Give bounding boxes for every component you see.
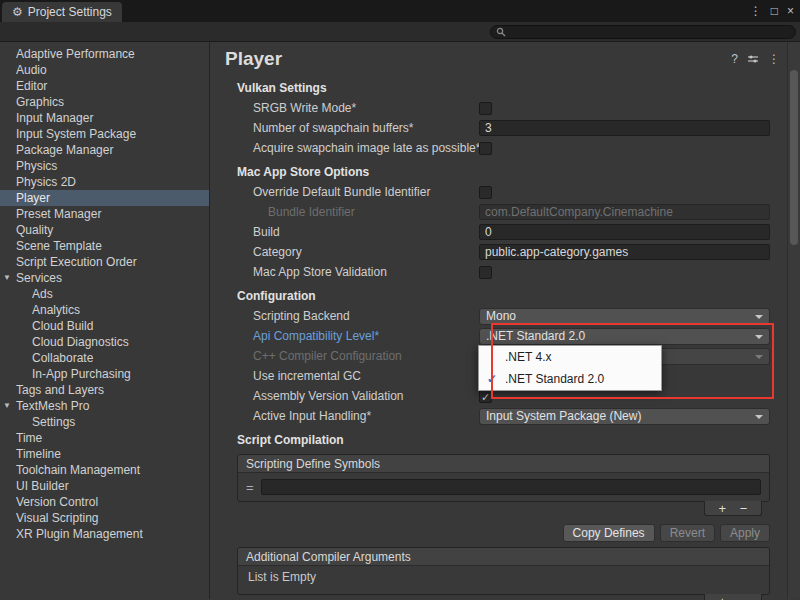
- sidebar-item-scene-template[interactable]: Scene Template: [0, 238, 209, 254]
- sidebar-item-settings[interactable]: Settings: [0, 414, 209, 430]
- kebab-menu-icon[interactable]: ⋮: [750, 4, 762, 18]
- search-input[interactable]: [490, 25, 796, 39]
- scrollbar-thumb[interactable]: [790, 70, 798, 245]
- compiler-args-list-footer: + −: [704, 594, 762, 600]
- additional-compiler-arguments-panel: Additional Compiler Arguments List is Em…: [237, 547, 770, 595]
- close-icon[interactable]: ×: [787, 4, 794, 18]
- sidebar-item-label: Quality: [16, 223, 53, 237]
- api-compatibility-level-dropdown[interactable]: .NET Standard 2.0: [479, 328, 770, 345]
- row-build: Build0: [237, 222, 770, 242]
- row-control: [479, 266, 770, 279]
- window-tab-project-settings[interactable]: ⚙ Project Settings: [2, 2, 122, 22]
- revert-button[interactable]: Revert: [660, 524, 715, 542]
- srgb-write-mode-checkbox[interactable]: [479, 102, 492, 115]
- foldout-arrow-icon[interactable]: ▼: [3, 398, 11, 414]
- assembly-version-validation-checkbox[interactable]: ✓: [479, 390, 492, 403]
- sidebar-item-textmesh-pro[interactable]: ▼TextMesh Pro: [0, 398, 209, 414]
- remove-argument-button[interactable]: −: [740, 595, 748, 600]
- maximize-icon[interactable]: □: [771, 4, 778, 18]
- sidebar-item-timeline[interactable]: Timeline: [0, 446, 209, 462]
- sidebar-item-label: Player: [16, 191, 50, 205]
- row-control: [479, 142, 770, 155]
- sidebar-item-ads[interactable]: Ads: [0, 286, 209, 302]
- window-controls: ⋮ □ ×: [750, 0, 794, 22]
- acquire-swapchain-image-late-as-possible-checkbox[interactable]: [479, 142, 492, 155]
- sidebar-item-script-execution-order[interactable]: Script Execution Order: [0, 254, 209, 270]
- sidebar-item-physics[interactable]: Physics: [0, 158, 209, 174]
- page-title: Player: [225, 48, 731, 70]
- sidebar-item-label: Scene Template: [16, 239, 102, 253]
- tab-title: Project Settings: [28, 5, 112, 19]
- sidebar-item-in-app-purchasing[interactable]: In-App Purchasing: [0, 366, 209, 382]
- sidebar-item-preset-manager[interactable]: Preset Manager: [0, 206, 209, 222]
- sidebar-item-audio[interactable]: Audio: [0, 62, 209, 78]
- sidebar-item-analytics[interactable]: Analytics: [0, 302, 209, 318]
- sidebar-item-label: Visual Scripting: [16, 511, 99, 525]
- scripting-define-symbols-panel: Scripting Define Symbols =: [237, 454, 770, 502]
- add-argument-button[interactable]: +: [719, 595, 727, 600]
- sidebar-item-input-manager[interactable]: Input Manager: [0, 110, 209, 126]
- number-of-swapchain-buffers-field[interactable]: 3: [479, 120, 770, 136]
- api-compatibility-dropdown-popup: .NET 4.x✓.NET Standard 2.0: [478, 345, 662, 391]
- sidebar-item-ui-builder[interactable]: UI Builder: [0, 478, 209, 494]
- sidebar-item-label: Preset Manager: [16, 207, 101, 221]
- sidebar-item-time[interactable]: Time: [0, 430, 209, 446]
- define-symbol-input[interactable]: [261, 479, 761, 495]
- sidebar-item-label: Cloud Build: [32, 319, 93, 333]
- sidebar-item-player[interactable]: Player: [0, 190, 209, 206]
- define-symbols-body: =: [238, 473, 769, 501]
- panel-header-icons: ? ⋮: [731, 52, 780, 66]
- drag-handle-icon[interactable]: =: [246, 480, 254, 495]
- context-menu-icon[interactable]: ⋮: [768, 52, 780, 66]
- sidebar-item-cloud-diagnostics[interactable]: Cloud Diagnostics: [0, 334, 209, 350]
- remove-define-button[interactable]: −: [740, 502, 748, 515]
- sidebar-item-physics-2d[interactable]: Physics 2D: [0, 174, 209, 190]
- apply-button[interactable]: Apply: [720, 524, 770, 542]
- sidebar-item-adaptive-performance[interactable]: Adaptive Performance: [0, 46, 209, 62]
- override-default-bundle-identifier-checkbox[interactable]: [479, 186, 492, 199]
- sidebar-item-graphics[interactable]: Graphics: [0, 94, 209, 110]
- copy-defines-button[interactable]: Copy Defines: [563, 524, 655, 542]
- sidebar-item-collaborate[interactable]: Collaborate: [0, 350, 209, 366]
- gear-icon: ⚙: [12, 5, 23, 19]
- sidebar-item-version-control[interactable]: Version Control: [0, 494, 209, 510]
- bundle-identifier-field[interactable]: com.DefaultCompany.Cinemachine: [479, 204, 770, 220]
- vertical-scrollbar[interactable]: [787, 42, 800, 599]
- section-heading-vulkan-settings: Vulkan Settings: [237, 78, 770, 98]
- foldout-arrow-icon[interactable]: ▼: [3, 270, 11, 286]
- sidebar-item-xr-plugin-management[interactable]: XR Plugin Management: [0, 526, 209, 542]
- sidebar-item-label: Graphics: [16, 95, 64, 109]
- scripting-backend-dropdown[interactable]: Mono: [479, 308, 770, 325]
- row-control: public.app-category.games: [479, 244, 770, 260]
- presets-icon[interactable]: [747, 53, 759, 65]
- row-control: [479, 186, 770, 199]
- help-icon[interactable]: ?: [731, 52, 738, 66]
- sidebar-item-package-manager[interactable]: Package Manager: [0, 142, 209, 158]
- mac-app-store-validation-checkbox[interactable]: [479, 266, 492, 279]
- empty-list-label: List is Empty: [238, 566, 769, 594]
- sidebar-item-label: Tags and Layers: [16, 383, 104, 397]
- panel-title: Additional Compiler Arguments: [238, 548, 769, 566]
- sidebar-item-tags-and-layers[interactable]: Tags and Layers: [0, 382, 209, 398]
- popup-item-net-4-x[interactable]: .NET 4.x: [479, 346, 661, 368]
- sidebar-item-label: Version Control: [16, 495, 98, 509]
- sidebar-item-label: Toolchain Management: [16, 463, 140, 477]
- sidebar-item-label: Time: [16, 431, 42, 445]
- sidebar-item-visual-scripting[interactable]: Visual Scripting: [0, 510, 209, 526]
- sidebar-item-quality[interactable]: Quality: [0, 222, 209, 238]
- dropdown-value: .NET Standard 2.0: [486, 329, 585, 343]
- sidebar-item-editor[interactable]: Editor: [0, 78, 209, 94]
- sidebar-item-services[interactable]: ▼Services: [0, 270, 209, 286]
- row-label: Use incremental GC: [237, 369, 479, 383]
- panel-header: Player ? ⋮: [210, 42, 800, 74]
- sidebar-item-toolchain-management[interactable]: Toolchain Management: [0, 462, 209, 478]
- build-field[interactable]: 0: [479, 224, 770, 240]
- chevron-down-icon: [755, 335, 763, 339]
- category-field[interactable]: public.app-category.games: [479, 244, 770, 260]
- sidebar-item-input-system-package[interactable]: Input System Package: [0, 126, 209, 142]
- sidebar-item-cloud-build[interactable]: Cloud Build: [0, 318, 209, 334]
- row-label: Scripting Backend: [237, 309, 479, 323]
- active-input-handling-dropdown[interactable]: Input System Package (New): [479, 408, 770, 425]
- add-define-button[interactable]: +: [719, 502, 727, 515]
- popup-item-net-standard-2-0[interactable]: ✓.NET Standard 2.0: [479, 368, 661, 390]
